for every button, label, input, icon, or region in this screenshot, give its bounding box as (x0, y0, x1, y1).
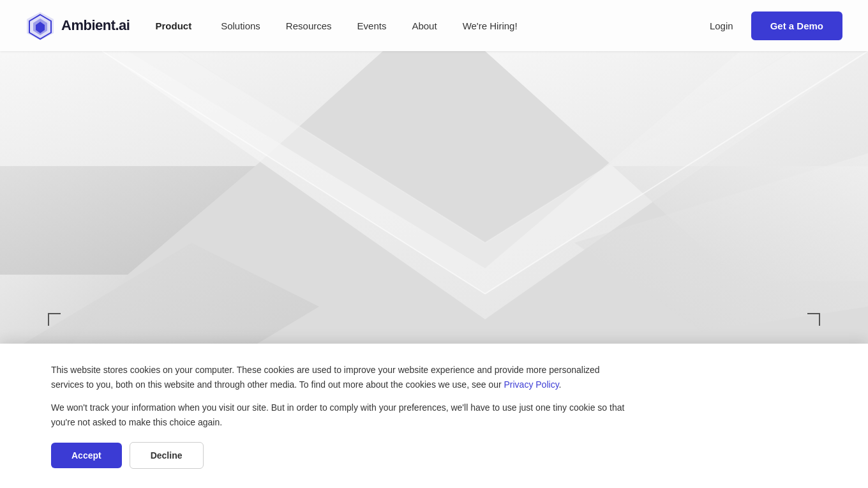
nav-link-about[interactable]: About (401, 15, 447, 36)
nav-link-solutions[interactable]: Solutions (211, 15, 271, 36)
bracket-top-left (48, 313, 61, 326)
navbar: Ambient.ai Product Solutions Resources E… (0, 0, 868, 51)
cookie-banner: This website stores cookies on your comp… (0, 344, 868, 488)
privacy-policy-link[interactable]: Privacy Policy (504, 379, 559, 390)
accept-button[interactable]: Accept (51, 443, 122, 468)
cookie-buttons: Accept Decline (51, 442, 817, 469)
get-demo-button[interactable]: Get a Demo (751, 11, 842, 40)
nav-actions: Login Get a Demo (700, 11, 842, 40)
bracket-top-right (807, 313, 820, 326)
logo-link[interactable]: Ambient.ai (26, 11, 130, 40)
cookie-main-text: This website stores cookies on your comp… (51, 363, 625, 392)
nav-link-resources[interactable]: Resources (276, 15, 342, 36)
logo-icon (26, 11, 55, 40)
cookie-secondary-text: We won't track your information when you… (51, 400, 625, 429)
cookie-text-block: This website stores cookies on your comp… (51, 363, 817, 429)
nav-links: Solutions Resources Events About We're H… (211, 15, 700, 36)
logo-text: Ambient.ai (61, 17, 130, 34)
nav-product[interactable]: Product (155, 20, 191, 31)
login-button[interactable]: Login (700, 15, 744, 36)
nav-link-events[interactable]: Events (347, 15, 397, 36)
decline-button[interactable]: Decline (130, 442, 204, 469)
nav-link-hiring[interactable]: We're Hiring! (453, 15, 528, 36)
